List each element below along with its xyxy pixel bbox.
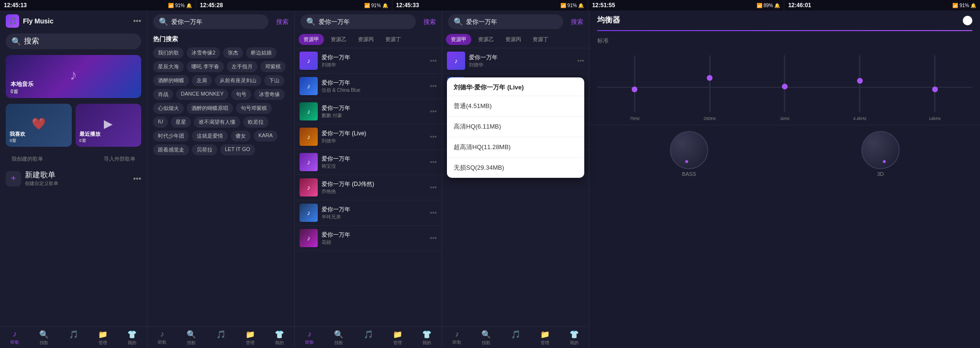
hot-tag[interactable]: IU — [153, 117, 168, 128]
nav-listen[interactable]: ♪ 听歌 — [0, 330, 29, 346]
hot-tag[interactable]: 我们的歌 — [153, 47, 184, 58]
nav4-manage[interactable]: 📁 管理 — [530, 330, 559, 346]
nav3-listen[interactable]: ♪ 听歌 — [295, 330, 324, 346]
hot-tag[interactable]: 从前有座灵剑山 — [215, 75, 261, 86]
treble-knob[interactable] — [861, 131, 900, 169]
song-more-button[interactable]: ••• — [430, 184, 437, 191]
quality-option[interactable]: 普通(4.51MB) — [447, 96, 584, 117]
song-more-button[interactable]: ••• — [577, 57, 584, 65]
eq-slider-14khz[interactable] — [934, 55, 935, 112]
eq-toggle-button[interactable] — [963, 16, 972, 25]
hot-tag[interactable]: 句号邓紫棋 — [236, 103, 272, 114]
song-more-button[interactable]: ••• — [430, 57, 437, 65]
new-playlist-button[interactable]: + 新建歌单 创建自定义歌单 ••• — [0, 166, 147, 191]
nav2-find[interactable]: 🔍 找歌 — [177, 330, 206, 346]
favorites-item[interactable]: ❤️ 我喜欢 0首 — [6, 104, 72, 147]
nav2-center[interactable]: 🎵 — [206, 330, 235, 346]
hot-tag[interactable]: 时代少年团 — [153, 130, 189, 141]
hot-tag[interactable]: 张杰 — [223, 47, 243, 58]
nav3-center[interactable]: 🎵 — [354, 330, 383, 346]
hot-tag[interactable]: 跟着感觉走 — [153, 144, 189, 155]
eq-thumb-75hz[interactable] — [632, 87, 637, 92]
eq-band-4khz[interactable]: 4.4kHz — [822, 55, 897, 121]
hot-tag[interactable]: 肖战 — [153, 89, 173, 100]
results-search-bar[interactable]: 🔍 — [301, 14, 416, 29]
nav2-mine[interactable]: 👕 我的 — [265, 330, 294, 346]
song-item[interactable]: ♪ 爱你一万年 刘德华 ••• — [295, 48, 442, 74]
nav2-manage[interactable]: 📁 管理 — [235, 330, 265, 346]
hot-tag[interactable]: 星星 — [171, 117, 191, 128]
eq-band-75hz[interactable]: 75Hz — [597, 55, 672, 121]
eq-band-290hz[interactable]: 290Hz — [672, 55, 747, 121]
hot-tag[interactable]: 桥边姑娘 — [246, 47, 277, 58]
nav-center[interactable]: 🎵 — [59, 330, 88, 346]
nav4-center[interactable]: 🎵 — [501, 330, 530, 346]
nav2-listen[interactable]: ♪ 听歌 — [147, 330, 177, 346]
hot-tag[interactable]: 星辰大海 — [153, 61, 184, 72]
source-tab-资源丁[interactable]: 资源丁 — [528, 34, 553, 45]
song-more-button[interactable]: ••• — [430, 82, 437, 90]
hot-tag[interactable]: 下山 — [264, 75, 284, 86]
quality-search-input[interactable] — [466, 18, 557, 25]
eq-thumb-290hz[interactable] — [707, 75, 713, 81]
hot-search-input[interactable] — [171, 18, 263, 25]
hot-tag[interactable]: 酒醉的蝴蝶原唱 — [187, 103, 233, 114]
eq-slider-1khz[interactable] — [784, 55, 785, 112]
hot-search-button[interactable]: 搜索 — [276, 18, 289, 26]
song-more-button[interactable]: ••• — [430, 133, 437, 141]
hot-tag[interactable]: 欧若拉 — [243, 117, 268, 128]
hot-tag[interactable]: DANCE MONKEY — [176, 89, 228, 100]
hot-tag[interactable]: KARA — [254, 130, 278, 141]
hot-tag[interactable]: LET IT GO — [220, 144, 255, 155]
song-more-button[interactable]: ••• — [430, 234, 437, 242]
header-menu-button[interactable]: ••• — [133, 17, 141, 25]
song-item[interactable]: ♪ 爱你一万年 花姐 ••• — [295, 226, 442, 251]
song-more-button[interactable]: ••• — [430, 158, 437, 166]
eq-band-14khz[interactable]: 14kHz — [897, 55, 972, 121]
hot-tag[interactable]: 冰雪奇缘 — [254, 89, 285, 100]
hot-tag[interactable]: 这就是爱情 — [192, 130, 228, 141]
hot-tag[interactable]: 句号 — [231, 89, 251, 100]
eq-thumb-1khz[interactable] — [782, 84, 788, 89]
hot-tag[interactable]: 傻女 — [231, 130, 251, 141]
new-playlist-more[interactable]: ••• — [133, 174, 141, 183]
hot-tag[interactable]: 哪吒 李宇春 — [187, 61, 224, 72]
hot-tag[interactable]: 邓紫棋 — [260, 61, 286, 72]
eq-slider-290hz[interactable] — [709, 55, 711, 112]
source-tab-资源丙[interactable]: 资源丙 — [353, 34, 379, 45]
source-tab-资源乙[interactable]: 资源乙 — [473, 34, 499, 45]
eq-thumb-4khz[interactable] — [857, 78, 863, 84]
eq-slider-4khz[interactable] — [859, 55, 860, 112]
source-tab-资源丙[interactable]: 资源丙 — [501, 34, 526, 45]
hot-tag[interactable]: 左肩 — [192, 75, 212, 86]
recent-play-item[interactable]: ▶ 最近播放 0首 — [76, 104, 142, 147]
nav-manage[interactable]: 📁 管理 — [88, 330, 117, 346]
nav3-find[interactable]: 🔍 找歌 — [324, 330, 353, 346]
quality-option[interactable]: 高清HQ(6.11MB) — [447, 117, 584, 137]
source-tab-资源甲[interactable]: 资源甲 — [446, 34, 471, 45]
song-item[interactable]: ♪ 爱你一万年 鹏鹏 付豪 ••• — [295, 99, 442, 124]
nav4-mine[interactable]: 👕 我的 — [560, 330, 589, 346]
hot-search-input-bar[interactable]: 🔍 — [153, 14, 268, 29]
nav4-find[interactable]: 🔍 找歌 — [471, 330, 501, 346]
quality-search-button[interactable]: 搜索 — [571, 18, 583, 26]
hot-tag[interactable]: 酒醉的蝴蝶 — [153, 75, 189, 86]
nav-mine[interactable]: 👕 我的 — [118, 330, 147, 346]
song-item[interactable]: ♪ 爱你一万年 伍佰 & China Blue ••• — [295, 74, 442, 99]
song-item[interactable]: ♪ 爱你一万年 半吨兄弟 ••• — [295, 200, 442, 226]
source-tab-资源乙[interactable]: 资源乙 — [326, 34, 351, 45]
eq-slider-75hz[interactable] — [634, 55, 635, 112]
source-tab-资源甲[interactable]: 资源甲 — [299, 34, 324, 45]
eq-band-1khz[interactable]: 1kHz — [747, 55, 823, 121]
hot-tag[interactable]: 心似烟火 — [153, 103, 184, 114]
hot-tag[interactable]: 左手指月 — [227, 61, 257, 72]
nav4-listen[interactable]: ♪ 听歌 — [442, 330, 471, 346]
nav-find[interactable]: 🔍 找歌 — [29, 330, 58, 346]
bass-knob[interactable] — [670, 131, 708, 169]
song-item[interactable]: ♪ 爱你一万年 (Live) 刘德华 ••• — [295, 124, 442, 150]
local-music-banner[interactable]: ♪ 本地音乐 0首 — [6, 55, 141, 98]
song-item[interactable]: ♪ 爱你一万年 刘德华 ••• — [442, 48, 589, 74]
sidebar-search-bar[interactable]: 🔍 搜索 — [6, 33, 141, 49]
quality-search-bar[interactable]: 🔍 — [448, 14, 563, 29]
song-item[interactable]: ♪ 爱你一万年 (DJ伟然) 乔艳艳 ••• — [295, 175, 442, 200]
